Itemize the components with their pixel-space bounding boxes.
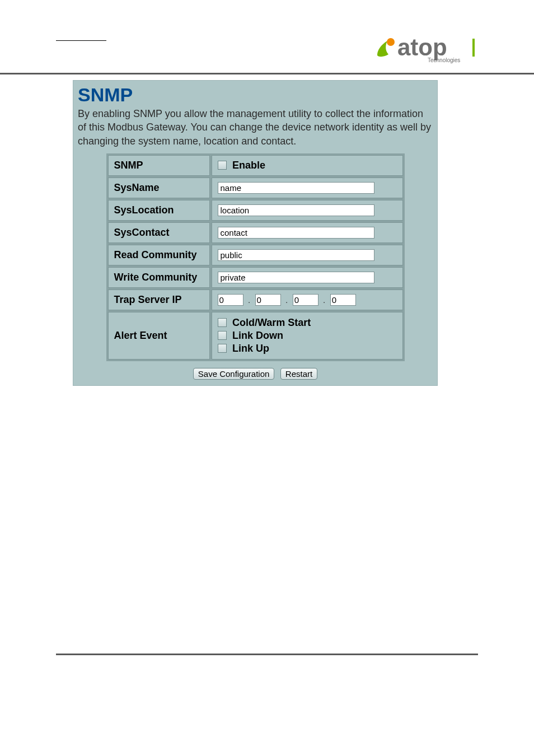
checkbox-alert-linkup[interactable]	[218, 344, 227, 353]
svg-point-0	[387, 38, 395, 46]
checkbox-snmp-enable-label: Enable	[232, 160, 265, 171]
brand-sub: Technologies	[428, 57, 460, 63]
page-footer-rule	[56, 654, 478, 655]
row-snmp-enable: SNMP Enable	[108, 155, 403, 176]
label-syscontact: SysContact	[108, 222, 210, 243]
checkbox-alert-linkup-label: Link Up	[232, 343, 269, 354]
label-readcommunity: Read Community	[108, 245, 210, 265]
page-header: atop Technologies	[0, 0, 534, 74]
row-sysname: SysName	[108, 178, 403, 198]
input-syscontact[interactable]	[218, 227, 374, 239]
label-alertevent: Alert Event	[108, 312, 210, 360]
ip-dot: .	[321, 295, 327, 305]
label-snmp: SNMP	[108, 155, 210, 176]
label-syslocation: SysLocation	[108, 200, 210, 221]
svg-rect-1	[472, 39, 475, 57]
input-trapip-oct3[interactable]	[293, 294, 318, 306]
brand-logo: atop Technologies	[372, 31, 478, 66]
input-trapip-oct1[interactable]	[218, 294, 243, 306]
row-readcommunity: Read Community	[108, 245, 403, 265]
row-trapserverip: Trap Server IP . . .	[108, 290, 403, 310]
ip-dot: .	[283, 295, 290, 305]
input-writecommunity[interactable]	[218, 272, 374, 283]
row-alertevent: Alert Event Cold/Warm Start Link Down	[108, 312, 403, 360]
checkbox-snmp-enable[interactable]	[218, 161, 227, 170]
row-syslocation: SysLocation	[108, 200, 403, 221]
input-syslocation[interactable]	[218, 204, 374, 216]
header-short-rule	[56, 40, 106, 41]
input-readcommunity[interactable]	[218, 249, 374, 261]
label-trapserverip: Trap Server IP	[108, 290, 210, 310]
page-title: SNMP	[73, 81, 437, 107]
restart-button[interactable]: Restart	[280, 368, 317, 380]
brand-text: atop	[397, 34, 447, 60]
save-configuration-button[interactable]: Save Configuration	[193, 368, 275, 380]
button-row: Save Configuration Restart	[73, 361, 437, 380]
ip-dot: .	[246, 295, 252, 305]
checkbox-alert-linkdown[interactable]	[218, 331, 227, 340]
input-sysname[interactable]	[218, 182, 374, 194]
row-writecommunity: Write Community	[108, 267, 403, 288]
snmp-panel: SNMP By enabling SNMP you allow the mana…	[73, 80, 438, 386]
checkbox-alert-linkdown-label: Link Down	[232, 330, 283, 341]
label-sysname: SysName	[108, 178, 210, 198]
label-writecommunity: Write Community	[108, 267, 210, 288]
input-trapip-oct4[interactable]	[330, 294, 356, 306]
input-trapip-oct2[interactable]	[255, 294, 281, 306]
checkbox-alert-coldwarm-label: Cold/Warm Start	[232, 317, 311, 328]
checkbox-alert-coldwarm[interactable]	[218, 318, 227, 327]
row-syscontact: SysContact	[108, 222, 403, 243]
page-description: By enabling SNMP you allow the managemen…	[73, 107, 437, 153]
snmp-form-table: SNMP Enable SysName SysLocation SysConta…	[106, 153, 405, 361]
